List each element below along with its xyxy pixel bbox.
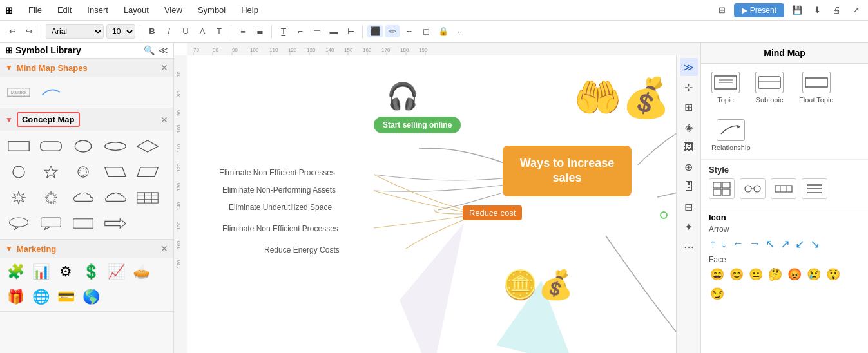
- italic-button[interactable]: I: [162, 25, 176, 37]
- arrow-up-icon[interactable]: ↑: [709, 236, 717, 253]
- reduce-cost-node[interactable]: Reduce cost: [463, 205, 522, 220]
- menu-view[interactable]: View: [162, 4, 185, 16]
- rect2-button[interactable]: ▬: [327, 25, 341, 37]
- print-icon[interactable]: 🖨: [829, 4, 844, 16]
- shape-rect[interactable]: [4, 135, 34, 158]
- lock-button[interactable]: 🔒: [436, 25, 451, 37]
- align-right-button[interactable]: ≣: [253, 25, 267, 37]
- font-select[interactable]: Arial: [46, 24, 104, 39]
- download-icon[interactable]: ⬇: [810, 4, 824, 16]
- text-style-button[interactable]: T: [212, 25, 226, 37]
- shape-parallelogram2[interactable]: [133, 160, 162, 184]
- face-sad-icon[interactable]: 😢: [805, 266, 822, 283]
- shape-rect2[interactable]: [68, 212, 98, 235]
- arrow-upright-icon[interactable]: ↗: [779, 236, 791, 253]
- mind-map-shapes-header[interactable]: ▼ Mind Map Shapes ✕: [0, 59, 173, 77]
- fill-color-button[interactable]: ⬛: [367, 25, 383, 37]
- shape-cloud[interactable]: [68, 186, 98, 209]
- align-edge-button[interactable]: ⊢: [343, 25, 358, 37]
- shape-mainbox[interactable]: Mainbox: [4, 81, 34, 104]
- font-color-button[interactable]: A: [195, 25, 209, 37]
- save-icon[interactable]: 💾: [789, 4, 805, 16]
- mind-map-shapes-close[interactable]: ✕: [160, 62, 168, 73]
- more2-icon[interactable]: ⋯: [680, 238, 698, 256]
- expand-icon[interactable]: ≫: [680, 58, 698, 76]
- mkt-dollar-icon[interactable]: 💲: [79, 260, 102, 283]
- rp-topic-item[interactable]: Topic: [709, 69, 742, 106]
- share-icon[interactable]: ↗: [849, 4, 863, 16]
- style-btn-4[interactable]: [802, 178, 827, 199]
- concept-map-close[interactable]: ✕: [160, 115, 168, 125]
- face-smirk-icon[interactable]: 😏: [709, 285, 726, 302]
- dash-style-button[interactable]: ╌: [402, 25, 416, 37]
- star-icon[interactable]: ✦: [680, 218, 698, 236]
- align-left-button[interactable]: ≡: [236, 25, 250, 37]
- overview-icon[interactable]: ⊞: [715, 4, 729, 16]
- arrow-left-icon[interactable]: ←: [731, 236, 745, 253]
- mkt-pie-icon[interactable]: 🥧: [130, 260, 153, 283]
- mkt-chart-icon[interactable]: 📊: [29, 260, 52, 283]
- arrow-downright-icon[interactable]: ↘: [809, 236, 821, 253]
- shape-arrow[interactable]: [101, 212, 130, 235]
- shape-speech-round[interactable]: [4, 212, 34, 235]
- text-box-button[interactable]: T̲: [276, 25, 291, 37]
- mkt-globe-icon[interactable]: 🌐: [29, 285, 52, 309]
- marketing-close[interactable]: ✕: [160, 243, 168, 254]
- present-button[interactable]: ▶ Present: [734, 3, 784, 17]
- shape-speech-square[interactable]: [36, 212, 66, 235]
- face-smile-icon[interactable]: 😊: [728, 266, 745, 283]
- shape-starburst[interactable]: [68, 160, 98, 184]
- connect-icon[interactable]: ⊕: [680, 158, 698, 176]
- face-surprise-icon[interactable]: 😲: [825, 266, 842, 283]
- rect1-button[interactable]: ▭: [310, 25, 324, 37]
- concept-map-header[interactable]: ▼ Concept Map ✕: [0, 108, 173, 131]
- style-btn-1[interactable]: [709, 178, 735, 199]
- data-icon[interactable]: 🗄: [680, 178, 698, 196]
- shape-parallelogram[interactable]: [101, 160, 130, 184]
- face-think-icon[interactable]: 🤔: [767, 266, 784, 283]
- arrow-downleft-icon[interactable]: ↙: [794, 236, 806, 253]
- line-color-button[interactable]: ✏: [385, 25, 400, 37]
- mkt-trend-icon[interactable]: 📈: [104, 260, 128, 283]
- style-btn-2[interactable]: [740, 178, 766, 199]
- mkt-gear-icon[interactable]: ⚙: [54, 260, 77, 283]
- mkt-earth-icon[interactable]: 🌎: [79, 285, 102, 309]
- rp-subtopic-item[interactable]: Subtopic: [753, 69, 786, 106]
- rp-float-topic-item[interactable]: Float Topic: [796, 69, 836, 106]
- menu-insert[interactable]: Insert: [84, 4, 111, 16]
- face-angry-icon[interactable]: 😡: [786, 266, 803, 283]
- bold-button[interactable]: B: [145, 25, 159, 37]
- menu-edit[interactable]: Edit: [55, 4, 74, 16]
- style-btn-3[interactable]: [771, 178, 796, 199]
- arrow-right-icon[interactable]: →: [747, 236, 762, 253]
- underline-button[interactable]: U: [178, 25, 193, 37]
- face-happy-icon[interactable]: 😄: [709, 266, 726, 283]
- shape-table[interactable]: [133, 186, 162, 209]
- menu-layout[interactable]: Layout: [121, 4, 151, 16]
- menu-help[interactable]: Help: [238, 4, 261, 16]
- font-size-select[interactable]: 10: [106, 24, 135, 39]
- shape-diamond[interactable]: [133, 135, 162, 158]
- shape-round-rect[interactable]: [36, 135, 66, 158]
- collapse-icon[interactable]: ≪: [159, 45, 168, 55]
- grid-icon[interactable]: ⊞: [680, 98, 698, 116]
- center-node[interactable]: Ways to increase sales: [503, 146, 632, 196]
- shape-cloud2[interactable]: [101, 186, 130, 209]
- shape-curve[interactable]: [36, 81, 66, 104]
- shape-circle2[interactable]: [4, 160, 34, 184]
- menu-symbol[interactable]: Symbol: [195, 4, 228, 16]
- canvas-content[interactable]: 🤲💰 🎧 Start selling online Ways to increa…: [187, 55, 700, 353]
- table-icon[interactable]: ⊟: [680, 198, 698, 216]
- canvas-area[interactable]: 708090 100110120 130140150 160170180 190: [174, 43, 700, 353]
- mkt-gift-icon[interactable]: 🎁: [4, 285, 27, 309]
- search-icon[interactable]: 🔍: [144, 45, 155, 55]
- redo-button[interactable]: ↪: [22, 25, 36, 37]
- menu-file[interactable]: File: [26, 4, 44, 16]
- start-selling-node[interactable]: Start selling online: [374, 117, 461, 133]
- shape-style-button[interactable]: ◻: [419, 25, 433, 37]
- mkt-puzzle-icon[interactable]: 🧩: [4, 260, 27, 283]
- more-button[interactable]: ···: [454, 25, 468, 37]
- arrow-down-icon[interactable]: ↓: [720, 236, 728, 253]
- corner-button[interactable]: ⌐: [293, 25, 307, 37]
- arrow-upleft-icon[interactable]: ↖: [764, 236, 776, 253]
